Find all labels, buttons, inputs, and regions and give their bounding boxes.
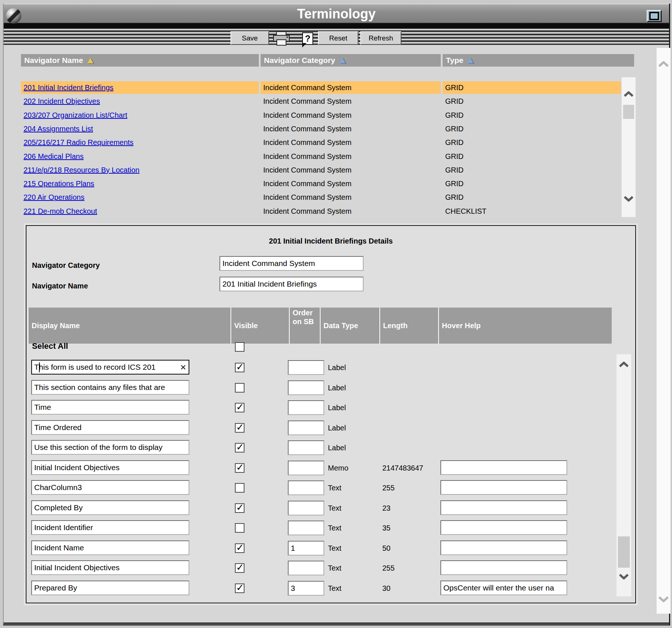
reset-button[interactable]: Reset [318,31,358,45]
visible-checkbox[interactable] [235,383,244,393]
order-on-sb-input[interactable] [288,380,324,395]
table-row[interactable]: 204 Assignments List Incident Command Sy… [4,123,670,135]
hover-help-input[interactable] [440,540,567,555]
hover-help-input[interactable] [440,520,567,535]
order-on-sb-input[interactable] [288,461,324,475]
scroll-down-icon[interactable] [616,574,631,579]
order-on-sb-input[interactable] [288,421,324,435]
visible-checkbox[interactable] [235,423,244,433]
column-header-navigator-category[interactable]: Navigator Category [261,54,441,67]
order-on-sb-input[interactable] [288,400,324,415]
display-name-input[interactable]: Prepared By [31,581,189,595]
sort-asc-icon [468,58,473,63]
maximize-button[interactable] [647,10,662,22]
hover-help-input[interactable] [440,480,567,495]
navigator-name-link[interactable]: 202 Incident Objectives [24,97,100,105]
table-row[interactable]: 206 Medical Plans Incident Command Syste… [4,150,670,163]
save-button[interactable]: Save [230,31,269,45]
scrollbar-thumb[interactable] [623,105,634,119]
column-header-navigator-name[interactable]: Navigator Name [21,54,259,67]
navigator-name-link[interactable]: 205/216/217 Radio Requirements [24,138,133,146]
scroll-up-icon[interactable] [657,61,671,67]
visible-checkbox[interactable] [235,563,244,573]
navigator-name-link[interactable]: 206 Medical Plans [24,152,83,160]
visible-checkbox[interactable] [235,543,244,553]
hover-help-input[interactable] [440,560,567,575]
table-row[interactable]: 202 Incident Objectives Incident Command… [4,95,670,107]
scroll-down-icon[interactable] [622,196,636,202]
display-name-input[interactable]: Use this section of the form to display [31,440,189,455]
scroll-up-icon[interactable] [622,91,636,97]
visible-checkbox[interactable] [235,363,244,372]
column-header-label: Type [446,56,463,64]
order-value [289,401,324,414]
display-name-input[interactable]: Initial Incident Objectives [31,460,189,475]
order-on-sb-input[interactable] [288,561,324,575]
hover-help-input[interactable]: OpsCenter will enter the user na [440,581,567,595]
navigator-name-link[interactable]: 203/207 Organization List/Chart [24,111,127,119]
display-name-input[interactable]: CharColumn3 [31,480,189,495]
table-row[interactable]: 215 Operations Plans Incident Command Sy… [4,177,670,190]
hover-help-value [441,561,566,574]
scroll-down-icon[interactable] [657,596,671,602]
table-row[interactable]: 205/216/217 Radio Requirements Incident … [4,136,670,149]
column-header-order-on-sb: Order on SB [290,308,320,344]
navigator-category-input[interactable]: Incident Command System [219,256,364,271]
display-name-input[interactable]: Incident Identifier [31,520,189,535]
column-header-type[interactable]: Type [443,54,634,67]
visible-checkbox[interactable] [235,403,244,412]
visible-checkbox[interactable] [235,523,244,533]
order-value: 3 [289,582,324,595]
navigator-name-link[interactable]: 220 Air Operations [24,193,85,201]
table-row[interactable]: 220 Air Operations Incident Command Syst… [4,191,670,203]
navigator-name-link[interactable]: 201 Initial Incident Briefings [24,84,114,92]
navigator-name-cell: 206 Medical Plans [21,150,259,163]
navigator-category-cell: Incident Command System [261,205,441,217]
display-name-input[interactable]: Time Ordered [31,420,189,435]
visible-checkbox[interactable] [235,583,244,593]
refresh-button[interactable]: Refresh [360,31,401,45]
visible-checkbox[interactable] [235,443,244,453]
print-icon[interactable] [272,31,292,46]
order-value [289,381,324,394]
table-row[interactable]: 203/207 Organization List/Chart Incident… [4,109,670,121]
visible-checkbox[interactable] [235,503,244,513]
hover-help-input[interactable] [440,460,567,475]
nav-table-scrollbar[interactable] [622,77,636,217]
display-name-input[interactable]: Completed By [31,500,189,515]
order-on-sb-input[interactable]: 3 [288,581,324,596]
table-row[interactable]: 201 Initial Incident Briefings Incident … [4,81,670,94]
data-type-label: Text [328,480,342,495]
order-on-sb-input[interactable] [288,521,324,535]
navigator-name-link[interactable]: 211/e/p/218 Resources By Location [24,166,139,174]
order-on-sb-input[interactable] [288,501,324,515]
navigator-name-link[interactable]: 215 Operations Plans [24,180,94,188]
help-icon[interactable]: ? [302,32,313,45]
scrollbar-thumb[interactable] [618,536,630,568]
clear-icon[interactable]: ✕ [180,361,186,374]
display-name-input[interactable]: This section contains any files that are [31,380,189,395]
details-grid-scrollbar[interactable] [616,354,631,596]
titlebar-divider [4,24,669,29]
page-scrollbar[interactable] [656,48,671,614]
visible-checkbox[interactable] [235,463,244,473]
select-all-checkbox[interactable] [235,342,244,352]
hover-help-input[interactable] [440,500,567,515]
order-on-sb-input[interactable] [288,440,324,455]
order-on-sb-input[interactable]: 1 [288,541,324,556]
display-name-input[interactable]: This form is used to record ICS 201 ✕ [31,360,189,375]
order-on-sb-input[interactable] [288,360,324,375]
scroll-up-icon[interactable] [616,362,631,368]
navigator-name-input[interactable]: 201 Initial Incident Briefings [219,277,364,291]
table-row[interactable]: 211/e/p/218 Resources By Location Incide… [4,164,670,176]
navigator-name-cell: 215 Operations Plans [21,177,259,190]
navigator-name-link[interactable]: 204 Assignments List [24,125,93,133]
display-name-input[interactable]: Initial Incident Objectives [31,560,189,575]
order-on-sb-input[interactable] [288,480,324,495]
visible-checkbox[interactable] [235,483,244,493]
type-cell: GRID [443,123,621,135]
display-name-input[interactable]: Time [31,400,189,415]
display-name-input[interactable]: Incident Name [31,540,189,555]
navigator-name-link[interactable]: 221 De-mob Checkout [24,207,97,215]
table-row[interactable]: 221 De-mob Checkout Incident Command Sys… [4,205,670,217]
